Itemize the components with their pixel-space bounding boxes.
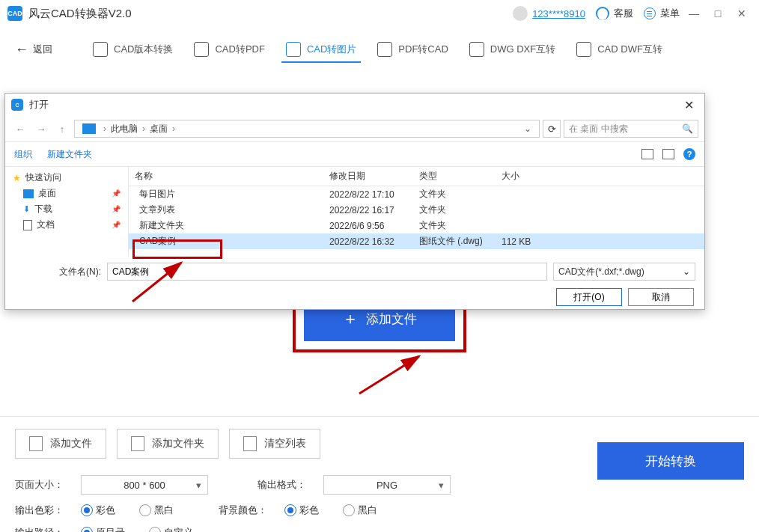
file-row[interactable]: 每日图片2022/8/22 17:10文件夹 [129,186,704,202]
filetype-filter[interactable]: CAD文件(*.dxf;*.dwg)⌄ [553,263,695,281]
avatar[interactable] [513,6,528,21]
headset-icon [596,7,609,20]
tab-cad-image[interactable]: CAD转图片 [275,27,367,72]
user-link[interactable]: 123****8910 [532,8,585,19]
tab-pdf-cad[interactable]: PDF转CAD [367,27,458,72]
support-label[interactable]: 客服 [614,7,633,20]
dialog-close-button[interactable]: ✕ [680,98,698,112]
color-color-radio[interactable]: 彩色 [81,504,115,517]
file-row[interactable]: 文章列表2022/8/22 16:17文件夹 [129,202,704,218]
doc-icon [93,42,108,57]
breadcrumb[interactable]: › 此电脑 › 桌面 › ⌄ [74,120,540,138]
col-name[interactable]: 名称 [135,170,329,183]
svg-line-0 [359,356,419,394]
add-folder-button[interactable]: 添加文件夹 [117,429,219,459]
open-dialog: C 打开 ✕ ← → ↑ › 此电脑 › 桌面 › ⌄ ⟳ 在 桌面 中搜索 🔍… [4,93,705,310]
file-row-selected[interactable]: CAD案例2022/8/22 16:32图纸文件 (.dwg)112 KB [129,233,704,249]
bg-color-radio[interactable]: 彩色 [284,504,319,517]
help-icon[interactable]: ? [683,148,695,160]
dialog-title: 打开 [29,98,49,111]
add-file-label: 添加文件 [366,311,417,328]
file-list: 名称 修改日期 类型 大小 每日图片2022/8/22 17:10文件夹 文章列… [129,167,704,257]
dialog-icon: C [11,99,23,111]
col-size[interactable]: 大小 [502,170,546,183]
tab-cad-pdf[interactable]: CAD转PDF [183,27,275,72]
nav-fwd-button[interactable]: → [32,120,50,138]
menu-label[interactable]: 菜单 [660,7,680,20]
dialog-sidebar: ★快速访问 桌面📌 ⬇下载📌 文档📌 [5,167,129,257]
file-row[interactable]: 新建文件夹2022/6/6 9:56文件夹 [129,218,704,233]
path-custom-radio[interactable]: 自定义 [149,526,193,532]
app-title: 风云CAD转换器V2.0 [28,7,132,21]
path-label: 输出路径： [15,526,67,532]
organize-menu[interactable]: 组织 [14,148,32,161]
doc-icon [576,42,591,57]
menu-icon [644,7,656,19]
nav-back-button[interactable]: ← [11,120,29,138]
view-button[interactable] [641,149,653,159]
sidebar-desktop[interactable]: 桌面📌 [5,186,128,201]
trash-icon [243,436,257,451]
start-convert-button[interactable]: 开始转换 [597,442,744,480]
bg-bw-radio[interactable]: 黑白 [343,504,377,517]
arrow-left-icon: ← [15,42,28,58]
clear-list-button[interactable]: 清空列表 [229,429,320,459]
search-input[interactable]: 在 桌面 中搜索 🔍 [564,120,698,138]
color-bw-radio[interactable]: 黑白 [139,504,174,517]
app-icon: CAD [7,6,22,21]
sidebar-documents[interactable]: 文档📌 [5,217,128,233]
format-label: 输出格式： [257,478,310,492]
doc-icon [286,42,301,57]
sidebar-quick-access[interactable]: ★快速访问 [5,170,128,186]
file-plus-icon [29,436,43,451]
tab-dwg-dxf[interactable]: DWG DXF互转 [459,27,566,72]
page-size-select[interactable]: 800 * 600 [81,475,208,495]
doc-icon [377,42,392,57]
back-button[interactable]: ← 返回 [15,42,52,58]
refresh-button[interactable]: ⟳ [543,120,561,138]
cancel-button[interactable]: 取消 [628,288,694,306]
folder-plus-icon [131,436,144,451]
newfolder-button[interactable]: 新建文件夹 [47,148,92,161]
pc-icon [82,123,96,134]
doc-icon [469,42,484,57]
annotation-arrow [344,349,434,401]
back-label: 返回 [33,43,52,56]
filename-input[interactable] [107,263,547,281]
close-button[interactable]: ✕ [732,4,752,23]
col-type[interactable]: 类型 [419,170,502,183]
preview-button[interactable] [662,149,674,159]
bg-label: 背景颜色： [219,504,271,517]
color-label: 输出色彩： [15,504,67,517]
maximize-button[interactable]: □ [708,4,728,23]
doc-icon [194,42,209,57]
path-orig-radio[interactable]: 原目录 [81,526,125,532]
sidebar-downloads[interactable]: ⬇下载📌 [5,201,128,217]
page-size-label: 页面大小： [15,478,67,492]
open-button[interactable]: 打开(O) [556,288,622,306]
col-date[interactable]: 修改日期 [329,170,419,183]
add-file-small-button[interactable]: 添加文件 [15,429,106,459]
nav-up-button[interactable]: ↑ [53,120,71,138]
format-select[interactable]: PNG [323,475,451,495]
minimize-button[interactable]: — [684,4,704,23]
filename-label: 文件名(N): [59,266,101,278]
tab-cad-dwf[interactable]: CAD DWF互转 [566,27,673,72]
search-icon: 🔍 [682,123,693,134]
tab-cad-version[interactable]: CAD版本转换 [82,27,183,72]
